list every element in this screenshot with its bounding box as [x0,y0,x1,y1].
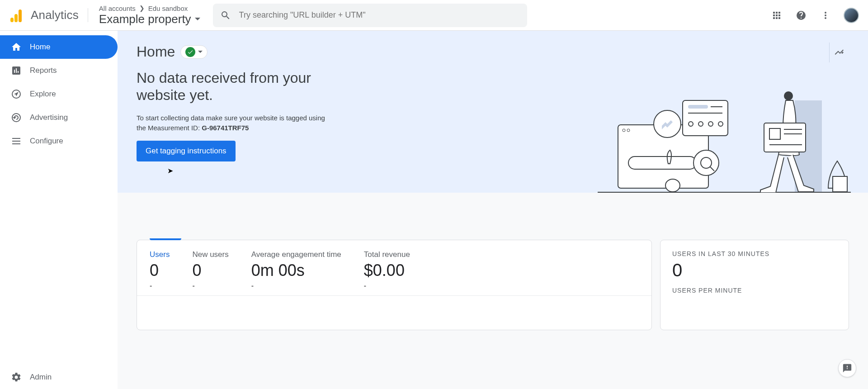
svg-rect-9 [688,105,708,109]
hero-subtext: To start collecting data make sure your … [137,113,335,133]
sidebar-item-label: Configure [30,137,63,146]
sidebar-item-label: Advertising [30,113,68,122]
metric-delta: - [150,282,170,290]
product-name: Analytics [31,8,88,22]
mouse-cursor: ➤ [167,166,173,175]
metric-value: 0 [150,261,170,280]
status-pill[interactable] [180,45,208,59]
metric-delta: - [251,282,341,290]
hero-illustration [598,84,851,193]
sidebar-item-explore[interactable]: Explore [0,82,118,106]
advertising-icon [11,112,22,123]
realtime-card: USERS IN LAST 30 MINUTES 0 USERS PER MIN… [660,240,849,330]
apps-icon[interactable] [770,9,783,22]
realtime-value: 0 [672,260,837,280]
more-icon[interactable] [819,9,832,22]
search-box[interactable] [213,4,527,27]
feedback-button[interactable] [838,359,856,377]
sidebar-item-label: Reports [30,66,57,75]
breadcrumb[interactable]: All accounts ❯ Edu sandbox [99,5,200,12]
svg-rect-20 [764,123,806,152]
gear-icon [11,372,22,383]
hero-headline: No data received from your website yet. [137,69,363,104]
breadcrumb-account: Edu sandbox [148,5,188,12]
property-selector[interactable]: Example property [99,12,200,26]
search-input[interactable] [239,10,520,20]
svg-point-17 [665,179,680,192]
metric-label: New users [192,250,228,259]
metric-tab-new-users[interactable]: New users 0 - [192,250,228,290]
svg-point-5 [693,150,719,176]
home-icon [11,42,22,52]
check-icon [185,47,195,57]
avatar[interactable] [844,8,859,23]
metric-delta: - [192,282,228,290]
sidebar-item-reports[interactable]: Reports [0,59,118,82]
configure-icon [11,136,22,147]
sidebar-item-label: Home [30,43,50,52]
metric-value: $0.00 [364,261,410,280]
sidebar-item-label: Explore [30,90,56,99]
sidebar-item-advertising[interactable]: Advertising [0,106,118,129]
metric-tab-engagement[interactable]: Average engagement time 0m 00s - [251,250,341,290]
sidebar-item-admin[interactable]: Admin [0,365,118,389]
metric-label: Total revenue [364,250,410,259]
sidebar-item-configure[interactable]: Configure [0,129,118,153]
svg-rect-25 [833,176,847,192]
metrics-card: Users 0 - New users 0 - Average engageme… [137,240,652,330]
sidebar-item-home[interactable]: Home [0,35,118,59]
help-icon[interactable] [795,9,807,22]
hero-banner: Home No data received from your website … [118,31,868,193]
analytics-logo[interactable] [9,9,23,22]
metric-label: Users [150,250,170,259]
reports-icon [11,65,22,76]
metric-value: 0m 00s [251,261,341,280]
chevron-down-icon [195,18,200,20]
realtime-sub: USERS PER MINUTE [672,287,837,294]
metric-delta: - [364,282,410,290]
explore-icon [11,89,22,100]
page-title: Home [137,43,175,60]
tagging-instructions-button[interactable]: Get tagging instructions [137,141,236,161]
feedback-icon [842,363,852,373]
chevron-down-icon [198,51,203,53]
realtime-title: USERS IN LAST 30 MINUTES [672,250,837,257]
chevron-right-icon: ❯ [139,5,145,12]
metric-tab-users[interactable]: Users 0 - [150,250,170,290]
sidebar-item-label: Admin [30,373,52,382]
metric-value: 0 [192,261,228,280]
insights-button[interactable] [829,43,849,62]
metric-tab-revenue[interactable]: Total revenue $0.00 - [364,250,410,290]
breadcrumb-root: All accounts [99,5,136,12]
search-icon [220,10,231,21]
svg-point-19 [784,91,793,100]
metric-label: Average engagement time [251,250,341,259]
property-name: Example property [99,12,191,26]
measurement-id: G-96741TRF75 [202,124,249,132]
